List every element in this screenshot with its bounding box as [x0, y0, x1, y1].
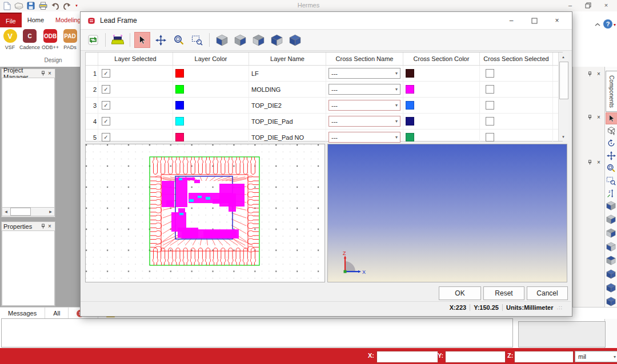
close-icon[interactable]: ×	[46, 70, 53, 77]
dialog-minimize-button[interactable]: –	[500, 13, 523, 29]
cross-section-name-select[interactable]: ---▾	[328, 116, 400, 127]
close-icon[interactable]: ×	[595, 159, 602, 165]
layer-color-swatch[interactable]	[175, 101, 184, 110]
layer-selected-checkbox[interactable]: ✓	[102, 69, 110, 78]
cross-section-color-swatch[interactable]	[406, 85, 414, 94]
ribbon-tool-pads[interactable]: PADPADs	[62, 29, 78, 50]
cross-section-name-select[interactable]: ---▾	[328, 100, 400, 111]
pin-icon[interactable]	[39, 223, 46, 230]
zoom-window-tool-button[interactable]	[189, 32, 205, 48]
table-row[interactable]: 4✓TOP_DIE_Pad---▾	[86, 114, 562, 130]
cancel-button[interactable]: Cancel	[527, 286, 568, 300]
scroll-left-icon[interactable]: ◀	[2, 208, 10, 215]
cross-section-selected-checkbox[interactable]	[486, 69, 494, 78]
window-minimize-button[interactable]: –	[563, 0, 578, 10]
layer-color-swatch[interactable]	[175, 69, 184, 78]
pin-icon[interactable]	[586, 114, 593, 120]
unit-select[interactable]: mil ▾	[575, 351, 617, 362]
print-icon[interactable]	[38, 1, 47, 10]
cross-section-color-swatch[interactable]	[406, 69, 414, 78]
pin-icon[interactable]	[39, 70, 46, 77]
dialog-maximize-button[interactable]	[523, 13, 546, 29]
qat-customize-caret-icon[interactable]: ▾	[74, 1, 79, 10]
layer-color-swatch[interactable]	[175, 85, 184, 94]
tab-all[interactable]: All	[45, 308, 69, 319]
help-icon[interactable]: ?	[603, 19, 612, 29]
scrollbar-thumb[interactable]	[10, 208, 31, 216]
table-row[interactable]: 1✓LF---▾	[86, 66, 562, 82]
viewport-3d[interactable]: Z X	[327, 144, 567, 282]
ribbon-tab-file[interactable]: File	[0, 13, 22, 29]
ribbon-tool-vsf[interactable]: VVSF	[2, 29, 18, 50]
select-tool-button[interactable]	[606, 112, 617, 124]
zoom-window-tool-button[interactable]	[606, 175, 616, 186]
cross-section-name-select[interactable]: ---▾	[328, 68, 400, 79]
redo-icon[interactable]	[62, 1, 71, 10]
view-cube-icon[interactable]	[606, 200, 616, 211]
cross-section-selected-checkbox[interactable]	[486, 85, 494, 94]
view-cube-icon[interactable]	[606, 241, 616, 252]
table-row[interactable]: 5✓TOP_DIE_Pad NO---▾	[86, 130, 562, 145]
ribbon-collapse-icon[interactable]	[593, 21, 602, 29]
components-tab[interactable]: Components	[606, 71, 617, 112]
ribbon-tool-cadence[interactable]: CCadence	[21, 29, 38, 50]
layer-selected-checkbox[interactable]: ✓	[102, 117, 110, 126]
pin-icon[interactable]	[586, 159, 593, 165]
view-cube-icon[interactable]	[606, 296, 616, 307]
view-cube-icon[interactable]	[606, 255, 616, 266]
select-tool-button[interactable]	[134, 32, 150, 48]
cross-section-color-swatch[interactable]	[406, 101, 414, 110]
view-cube-icon[interactable]	[269, 32, 285, 48]
view-cube-icon[interactable]	[606, 282, 616, 293]
close-icon[interactable]: ×	[595, 70, 602, 77]
undo-icon[interactable]	[50, 1, 59, 10]
project-manager-hscrollbar[interactable]: ◀ ▶	[2, 207, 55, 216]
open-file-icon[interactable]	[14, 1, 23, 10]
pan-tool-button[interactable]	[606, 150, 616, 161]
ribbon-tool-odb++[interactable]: ODBODB++	[42, 29, 59, 50]
layer-selected-checkbox[interactable]: ✓	[102, 101, 110, 110]
help-caret-icon[interactable]: ▾	[614, 22, 616, 27]
z-coord-input[interactable]	[514, 351, 574, 363]
window-close-button[interactable]: ×	[599, 0, 614, 10]
messages-output[interactable]	[1, 318, 513, 347]
resize-grip[interactable]: .::	[556, 305, 563, 310]
y-coord-input[interactable]	[445, 351, 506, 363]
tab-messages[interactable]: Messages	[0, 308, 45, 319]
pan-tool-button[interactable]	[153, 32, 169, 48]
select-body-tool-button[interactable]	[606, 125, 616, 136]
view-cube-icon[interactable]	[250, 32, 266, 48]
table-vscrollbar[interactable]: ▲ ▼	[558, 52, 568, 141]
layer-color-swatch[interactable]	[175, 133, 184, 141]
view-cube-icon[interactable]	[232, 32, 248, 48]
view-cube-icon[interactable]	[214, 32, 230, 48]
pin-icon[interactable]	[586, 70, 593, 77]
table-row[interactable]: 3✓TOP_DIE2---▾	[86, 98, 562, 114]
ribbon-tab-home[interactable]: Home	[22, 13, 50, 27]
cross-section-selected-checkbox[interactable]	[486, 101, 494, 110]
new-file-icon[interactable]	[2, 1, 11, 10]
zoom-tool-button[interactable]	[606, 163, 616, 173]
ok-button[interactable]: OK	[439, 286, 481, 300]
scrollbar-thumb[interactable]	[559, 62, 568, 99]
close-icon[interactable]: ×	[46, 223, 53, 230]
dialog-close-button[interactable]: ×	[546, 13, 568, 29]
scroll-down-icon[interactable]: ▼	[559, 132, 568, 141]
dialog-titlebar[interactable]: Lead Frame – ×	[81, 12, 572, 29]
viewport-2d[interactable]	[85, 144, 325, 282]
rotate-tool-button[interactable]	[606, 137, 616, 148]
cross-section-name-select[interactable]: ---▾	[328, 84, 400, 95]
cross-section-color-swatch[interactable]	[406, 117, 414, 126]
cross-section-selected-checkbox[interactable]	[486, 117, 494, 126]
layer-selected-checkbox[interactable]: ✓	[102, 133, 110, 141]
scroll-right-icon[interactable]: ▶	[47, 208, 54, 215]
cross-section-selected-checkbox[interactable]	[486, 133, 494, 141]
layer-selected-checkbox[interactable]: ✓	[102, 85, 110, 94]
save-icon[interactable]	[26, 1, 35, 10]
view-cube-icon[interactable]	[606, 269, 616, 280]
project-manager-tree[interactable]	[2, 78, 55, 208]
view-cube-icon[interactable]	[606, 214, 616, 225]
layer-color-swatch[interactable]	[175, 117, 184, 126]
table-row[interactable]: 2✓MOLDING---▾	[86, 82, 562, 98]
view-cube-icon[interactable]	[287, 32, 303, 48]
